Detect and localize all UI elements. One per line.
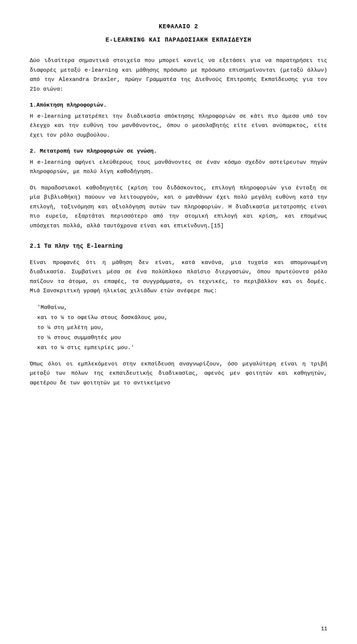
quote-line5: και το ¼ στις εμπειρίες μου.' [37,343,327,353]
item1-title: 1.Απόκτηση πληροφοριών. [30,101,327,110]
item2-text2: Οι παραδοσιακοί καθοδηγητές (κρίση του δ… [30,183,327,231]
page-number: 11 [321,625,327,633]
quote-block: 'Μαθαίνω, και το ¼ το οφείλω στους δασκά… [37,303,327,353]
quote-line3: το ¼ στη μελέτη μου, [37,323,327,333]
section-title: E-LEARNING ΚΑΙ ΠΑΡΑΔΟΣΙΑΚΗ ΕΚΠΑΙΔΕΥΣΗ [30,36,327,45]
item2-title: 2. Μετατροπή των πληροφοριών σε γνώση. [30,147,327,156]
item2-text1: Η e-learning αφήνει ελεύθερους τους μανθ… [30,158,327,177]
quote-line2: και το ¼ το οφείλω στους δασκάλους μου, [37,313,327,323]
subsection-p1: Είναι προφανές ότι η μάθηση δεν είναι, κ… [30,258,327,296]
subsection-title: 2.1 Τα πλην της E-learning [30,242,327,251]
subsection-p2: Όπως όλοι οι εμπλεκόμενοι στην εκπαίδευσ… [30,360,327,388]
quote-line4: το ¼ στους συμμαθητές μου [37,333,327,343]
intro-paragraph: Δύο ιδιαίτερα σημαντικά στοιχεία που μπο… [30,56,327,94]
chapter-title: ΚΕΦΑΛΑΙΟ 2 [30,22,327,32]
quote-line1: 'Μαθαίνω, [37,303,327,313]
page-container: ΚΕΦΑΛΑΙΟ 2 E-LEARNING ΚΑΙ ΠΑΡΑΔΟΣΙΑΚΗ ΕΚ… [0,0,357,644]
item1-text: Η e-learning μετατρέπει την διαδικασία α… [30,112,327,140]
